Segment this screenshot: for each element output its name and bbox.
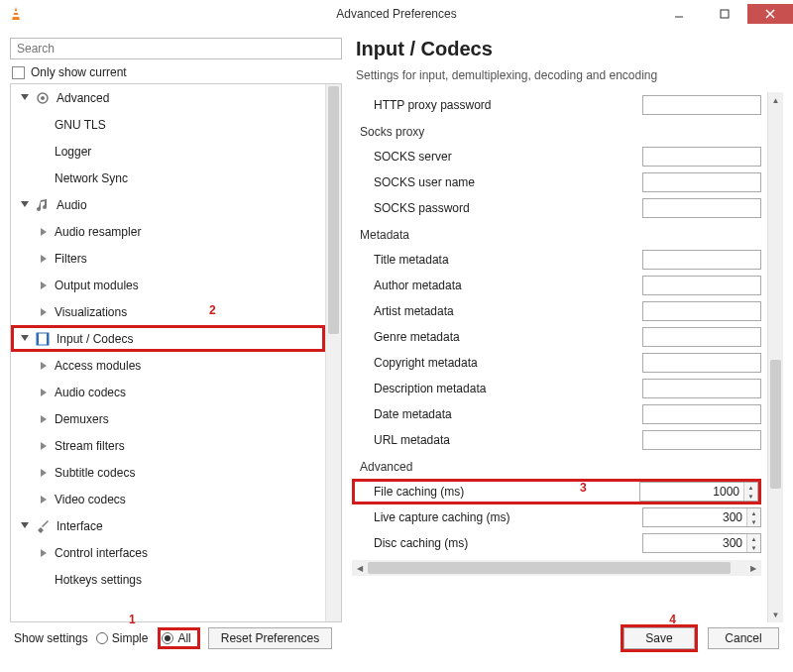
date-meta-input[interactable] [642,404,761,424]
svg-rect-18 [47,333,49,345]
tree-label: Stream filters [55,439,125,453]
copyright-meta-input[interactable] [642,353,761,373]
field-label: HTTP proxy password [374,98,634,112]
only-show-current-label: Only show current [31,65,127,79]
cancel-button[interactable]: Cancel [708,627,779,649]
spinner-value: 300 [643,508,746,526]
collapse-icon [21,335,29,343]
tree-label: Access modules [55,359,141,373]
socks-password-input[interactable] [642,198,761,218]
tree-label: Output modules [55,279,139,292]
expand-icon [41,549,49,557]
tree-item[interactable]: Demuxers [11,405,325,432]
tree-advanced[interactable]: Advanced [11,84,325,111]
svg-marker-20 [41,389,47,396]
spin-up-icon[interactable]: ▲ [747,508,760,517]
tree-item[interactable]: Logger [11,138,325,165]
section-metadata: Metadata [352,221,761,247]
scrollbar-thumb[interactable] [368,562,731,574]
all-radio-label: All [177,631,190,645]
tree-item[interactable]: Access modules [11,352,325,379]
scrollbar-thumb[interactable] [328,86,339,334]
http-proxy-password-input[interactable] [642,95,761,115]
tree-item[interactable]: GNU TLS [11,111,325,138]
tree-input-codecs[interactable]: Input / Codecs [11,325,325,352]
svg-marker-25 [21,522,29,528]
tree-interface[interactable]: Interface [11,512,325,539]
spin-down-icon[interactable]: ▼ [744,492,757,501]
svg-marker-7 [21,94,29,100]
field-label: URL metadata [374,433,634,447]
field-label: Disc caching (ms) [374,536,634,550]
annotation-4: 4 [669,613,676,626]
disc-caching-spinner[interactable]: 300▲▼ [642,533,761,553]
spin-up-icon[interactable]: ▲ [747,534,760,543]
artist-meta-input[interactable] [642,301,761,321]
scrollbar-thumb[interactable] [770,360,781,489]
tree-label: Audio resampler [55,225,141,239]
tree-label: Filters [55,252,87,266]
scroll-up-icon[interactable]: ▲ [768,92,783,108]
svg-marker-12 [41,255,47,263]
tree-item[interactable]: Visualizations [11,298,325,325]
annotation-1: 1 [129,613,136,626]
tree-scrollbar[interactable] [325,84,341,621]
tree-item[interactable]: Subtitle codecs [11,459,325,486]
tree-label: Control interfaces [55,546,148,560]
simple-radio[interactable] [96,632,108,644]
tree-item[interactable]: Hotkeys settings [11,566,325,593]
tree-audio[interactable]: Audio [11,191,325,218]
tree-label: Subtitle codecs [55,466,135,480]
only-show-current-checkbox[interactable] [12,66,25,79]
scroll-right-icon[interactable]: ▶ [745,564,761,573]
field-label: Title metadata [374,253,634,267]
tree-item[interactable]: Stream filters [11,432,325,459]
title-meta-input[interactable] [642,250,761,270]
search-input[interactable] [10,38,342,59]
tree-label: Hotkeys settings [55,573,142,587]
expand-icon [41,255,49,263]
description-meta-input[interactable] [642,379,761,398]
file-caching-spinner[interactable]: 1000▲▼ [639,482,758,502]
scroll-left-icon[interactable]: ◀ [352,564,368,573]
url-meta-input[interactable] [642,430,761,450]
tree-label: Input / Codecs [57,332,133,346]
tree-item[interactable]: Audio resampler [11,218,325,245]
spin-down-icon[interactable]: ▼ [747,517,760,526]
socks-server-input[interactable] [642,147,761,167]
save-button[interactable]: Save [623,627,695,649]
scroll-down-icon[interactable]: ▼ [768,607,783,622]
reset-preferences-button[interactable]: Reset Preferences [208,627,332,649]
horizontal-scrollbar[interactable]: ◀ ▶ [352,560,761,576]
annotation-3: 3 [580,481,587,495]
tree-item[interactable]: Audio codecs [11,379,325,405]
tree-item[interactable]: Output modules [11,272,325,298]
all-radio[interactable] [162,632,173,644]
tree-label: GNU TLS [55,118,106,132]
svg-marker-19 [41,362,47,370]
spin-down-icon[interactable]: ▼ [747,543,760,552]
genre-meta-input[interactable] [642,327,761,347]
author-meta-input[interactable] [642,276,761,295]
svg-marker-26 [41,549,47,557]
tree-label: Interface [57,519,103,533]
annotation-2: 2 [209,303,216,317]
tree-label: Network Sync [55,171,128,185]
svg-marker-11 [41,228,47,236]
field-label: Artist metadata [374,304,634,318]
live-caching-spinner[interactable]: 300▲▼ [642,507,761,527]
tree-item[interactable]: Network Sync [11,165,325,191]
svg-marker-21 [41,415,47,423]
collapse-icon [21,522,29,530]
brush-icon [35,518,51,534]
titlebar: Advanced Preferences [0,0,793,28]
gear-icon [35,90,51,106]
tree-item[interactable]: Video codecs [11,486,325,512]
tree-item[interactable]: Control interfaces [11,539,325,566]
spin-up-icon[interactable]: ▲ [744,483,757,492]
tree-item[interactable]: Filters [11,245,325,272]
socks-user-input[interactable] [642,172,761,192]
panel-scrollbar[interactable]: ▲ ▼ [767,92,783,622]
tree-label: Visualizations [55,305,127,319]
svg-marker-23 [41,469,47,477]
